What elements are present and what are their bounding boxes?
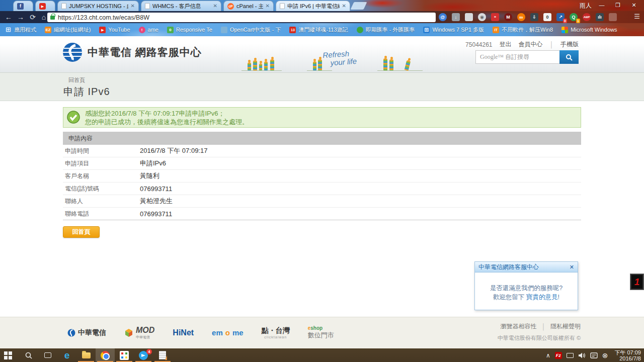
taskbar-clock[interactable]: 下午 07:09 2016/7/8	[612, 349, 641, 361]
extension-glyph-icon: ABP	[583, 13, 591, 21]
site-search-button[interactable]	[559, 50, 579, 64]
tab-active-ipv6[interactable]: 申請 IPv6 | 中華電信網路 ✕	[276, 1, 350, 11]
popup-close-icon[interactable]: ✕	[570, 264, 574, 270]
extension-icon[interactable]: ∞	[517, 13, 525, 21]
browser-profile-name[interactable]: 雨人	[580, 2, 592, 10]
site-search-input[interactable]	[475, 50, 559, 64]
close-button[interactable]: ✕	[626, 0, 642, 10]
privacy-link[interactable]: 隱私權聲明	[550, 322, 581, 331]
task-view-button[interactable]	[38, 348, 57, 362]
bookmark-item[interactable]: EZ 縮網址(短網址)	[45, 26, 91, 34]
browser-menu-icon[interactable]: ☰	[634, 13, 640, 20]
footer-logo-emome[interactable]: emome	[212, 328, 244, 337]
address-bar[interactable]: https://123.cht.com.tw/ecas/B8W	[47, 13, 436, 22]
row-label: 申請時間	[63, 147, 140, 155]
bookmark-item[interactable]: IT 不用軟件，解压Win8	[493, 26, 553, 34]
tab-close-icon[interactable]: ✕	[213, 4, 217, 9]
bookmark-item[interactable]: Microsoft Windows	[561, 27, 617, 33]
taskbar-notepad[interactable]	[153, 348, 172, 362]
footer-logo-cht[interactable]: 中華電信	[67, 328, 106, 337]
extension-icon[interactable]: @	[439, 13, 447, 21]
bookmark-item[interactable]: ! ame	[139, 27, 158, 33]
https-padlock-icon[interactable]	[50, 16, 55, 20]
taskbar-chrome[interactable]	[96, 348, 115, 362]
tab-jumpsky[interactable]: JUMPSKY HOSTING - 虛 ✕	[57, 1, 139, 11]
bookmark-label: Responsive Te	[176, 27, 212, 33]
start-button[interactable]	[0, 348, 19, 362]
breadcrumb-home-link[interactable]: 回首頁	[68, 76, 85, 84]
taskbar-file-explorer[interactable]	[76, 348, 96, 362]
tab-cpanel[interactable]: cP cPanel - 主頁 ✕	[223, 1, 274, 11]
bookmark-item[interactable]: ⊞ Windows 7 SP1 多版	[423, 26, 484, 34]
row-value: 2016/7/8 下午 07:09:17	[140, 146, 207, 155]
tab-whmcs[interactable]: WHMCS - 客戶信息 ✕	[141, 1, 221, 11]
row-label: 聯絡人	[63, 197, 140, 206]
extension-icon[interactable]: ↗0	[556, 13, 565, 21]
site-header: 中華電信 網路客服中心 75044261 登出 會員中心 │ 手機版	[0, 36, 644, 73]
extension-icon[interactable]: M	[504, 13, 512, 21]
popup-title-bar[interactable]: 中華電信網路客服中心 ✕	[475, 262, 578, 273]
tab-facebook[interactable]: f	[13, 1, 33, 11]
forward-icon[interactable]: →	[16, 13, 25, 22]
divider: │	[550, 41, 554, 48]
extension-icons-row: @ ↓ ◉ » M ∞ ⇩ 0 ↗0 Q1 ABP ılı	[439, 13, 617, 21]
logout-link[interactable]: 登出	[500, 40, 512, 49]
extension-icon[interactable]	[609, 13, 617, 21]
taskbar-messenger[interactable]: 4	[134, 348, 153, 362]
row-value: 黃隨利	[140, 171, 159, 180]
bookmark-favicon-icon: ▶	[99, 27, 106, 33]
ground-line-decoration	[377, 70, 423, 71]
filezilla-tray-icon[interactable]: Fz	[555, 352, 562, 359]
extension-icon[interactable]: ↓	[452, 13, 460, 21]
browser-compatibility-link[interactable]: 瀏覽器相容性	[501, 322, 537, 331]
bookmark-item[interactable]: 即期匯率 - 外匯匯率	[357, 26, 415, 34]
back-home-button[interactable]: 回首頁	[63, 226, 100, 238]
minimize-button[interactable]: —	[594, 0, 610, 10]
footer-logo-clicktaiwan[interactable]: 點・台灣 clicktaiwan	[262, 326, 290, 339]
bookmark-apps[interactable]: ⊞ 應用程式	[5, 26, 36, 34]
tab-close-icon[interactable]: ✕	[131, 4, 135, 9]
extension-icon[interactable]: ⇩	[530, 13, 538, 21]
bookmark-label: OpenCart中文版 - 下	[230, 26, 281, 34]
reload-icon[interactable]: ⟳	[28, 13, 37, 22]
feedback-link[interactable]: 寶貴的意見	[526, 294, 558, 301]
extension-icon[interactable]: Q1	[570, 13, 578, 21]
row-label: 客戶名稱	[63, 172, 140, 180]
extension-icon[interactable]: ◉	[478, 13, 486, 21]
restore-button[interactable]: ❐	[610, 0, 626, 10]
action-center-tray-icon[interactable]	[590, 352, 598, 359]
mobile-version-link[interactable]: 手機版	[560, 40, 579, 49]
bookmark-label: 即期匯率 - 外匯匯率	[366, 26, 415, 34]
speaker-tray-icon[interactable]	[578, 352, 586, 359]
ground-line-decoration	[242, 70, 282, 71]
bookmark-item[interactable]: 0 Responsive Te	[167, 27, 212, 33]
taskbar-edge[interactable]: e	[57, 348, 76, 362]
onedrive-tray-icon[interactable]: ⊗	[602, 351, 608, 359]
footer-logo-hinet[interactable]: HiNet	[173, 328, 194, 337]
extension-icon[interactable]: ılı	[596, 13, 604, 21]
back-icon[interactable]: ←	[4, 13, 13, 22]
clock-time: 下午 07:09	[614, 349, 641, 355]
bookmark-item[interactable]: 13 澳門縱球魂-113遊記	[289, 26, 348, 34]
tab-close-icon[interactable]: ✕	[266, 4, 270, 9]
extension-icon[interactable]: »	[491, 13, 499, 21]
extension-icon[interactable]	[465, 13, 473, 21]
taskbar-search-button[interactable]	[19, 348, 38, 362]
extension-icon[interactable]: ABP	[583, 13, 591, 21]
site-brand[interactable]: 中華電信 網路客服中心	[62, 42, 202, 62]
bookmark-item[interactable]: OpenCart中文版 - 下	[221, 26, 281, 34]
row-value: 黃柏澄先生	[140, 197, 173, 206]
tab-close-icon[interactable]: ✕	[342, 4, 346, 9]
member-center-link[interactable]: 會員中心	[519, 40, 543, 49]
taskbar-app-grid[interactable]	[115, 348, 134, 362]
url-text[interactable]: https://123.cht.com.tw/ecas/B8W	[58, 14, 149, 21]
bookmark-item[interactable]: ▶ YouTube	[99, 27, 130, 33]
tab-youtube[interactable]: ▶	[35, 1, 55, 11]
extension-icon[interactable]: 0	[543, 13, 551, 21]
bookmark-favicon-icon: 13	[289, 27, 296, 33]
tray-chevron-up-icon[interactable]: ∧	[546, 352, 550, 359]
footer-logo-mod[interactable]: MOD 中華電信	[124, 326, 154, 340]
new-tab-button[interactable]	[351, 2, 367, 10]
footer-logo-eshop[interactable]: eshop 數位門市	[308, 325, 334, 340]
display-tray-icon[interactable]	[567, 353, 574, 358]
